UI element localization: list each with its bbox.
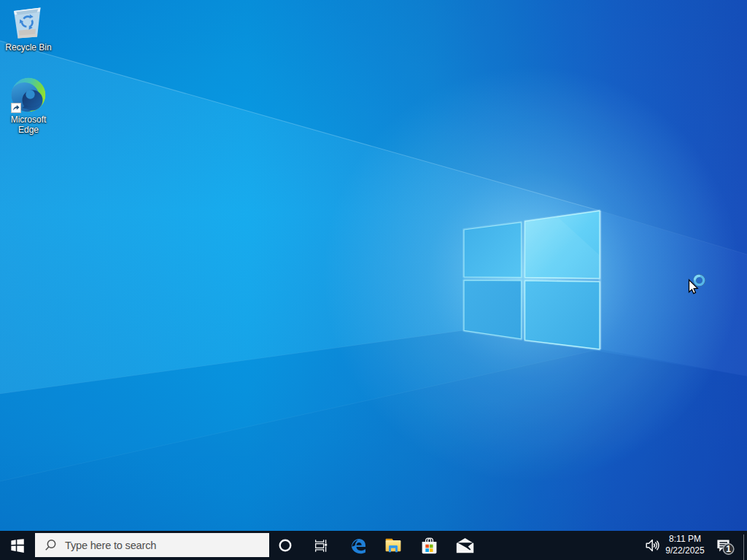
- svg-text:1: 1: [726, 544, 731, 554]
